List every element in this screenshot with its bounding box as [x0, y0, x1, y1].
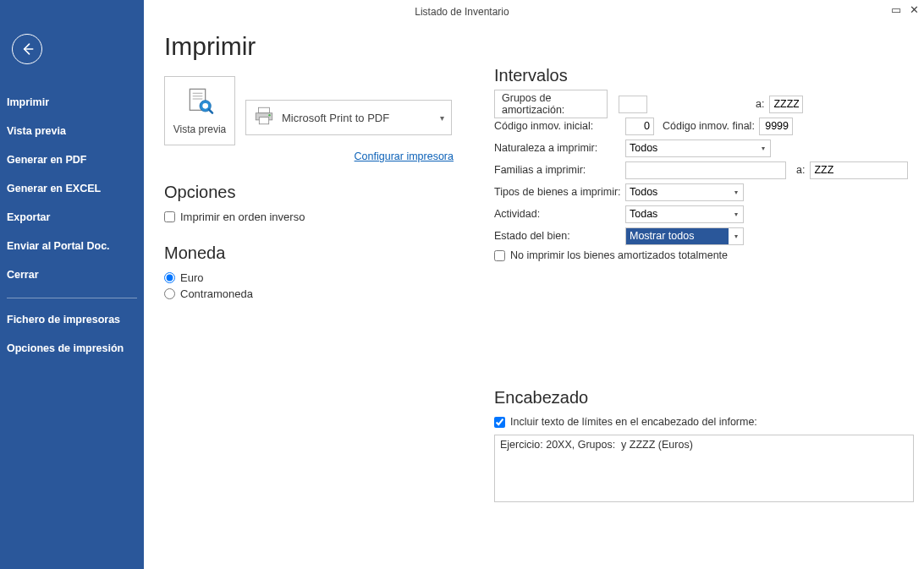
chevron-down-icon[interactable]: ▾	[729, 205, 744, 223]
actividad-label: Actividad:	[494, 208, 625, 220]
sidebar-separator	[7, 298, 137, 298]
configurar-impresora-link[interactable]: Configurar impresora	[164, 150, 454, 162]
encabezado-heading: Encabezado	[494, 388, 914, 408]
tipos-select[interactable]: ▾	[625, 183, 744, 201]
main-content: Imprimir Vista previa	[144, 0, 924, 569]
incluir-texto-label: Incluir texto de límites en el encabezad…	[510, 416, 757, 428]
sidebar-item-imprimir[interactable]: Imprimir	[0, 88, 144, 117]
actividad-value[interactable]	[625, 205, 744, 223]
estado-label: Estado del bien:	[494, 230, 625, 242]
svg-rect-8	[259, 107, 270, 113]
arrow-left-icon	[19, 41, 36, 57]
intervalos-heading: Intervalos	[494, 66, 914, 85]
opciones-heading: Opciones	[164, 183, 452, 202]
incluir-texto-input[interactable]	[494, 417, 505, 428]
document-preview-icon	[183, 86, 217, 120]
sidebar-item-generar-excel[interactable]: Generar en EXCEL	[0, 174, 144, 203]
codigo-final-input[interactable]	[759, 118, 793, 135]
tipos-value[interactable]	[625, 183, 744, 201]
familias-to-input[interactable]	[810, 161, 908, 179]
codigo-inicial-label: Código inmov. inicial:	[494, 120, 625, 132]
moneda-contramoneda-radio[interactable]: Contramoneda	[164, 287, 452, 300]
tipos-label: Tipos de bienes a imprimir:	[494, 186, 625, 198]
familias-from-input[interactable]	[625, 161, 786, 179]
moneda-euro-radio[interactable]: Euro	[164, 271, 452, 284]
chevron-down-icon[interactable]: ▾	[729, 183, 744, 201]
codigo-final-label: Código inmov. final:	[663, 120, 759, 132]
printer-icon	[253, 105, 275, 130]
moneda-heading: Moneda	[164, 243, 452, 263]
grupos-to-input[interactable]	[769, 96, 803, 113]
grupos-from-input[interactable]	[619, 96, 647, 113]
chevron-down-icon[interactable]: ▾	[729, 227, 744, 245]
moneda-euro-input[interactable]	[164, 272, 175, 283]
printer-select[interactable]: Microsoft Print to PDF ▾	[245, 100, 452, 135]
orden-inverso-input[interactable]	[164, 211, 175, 222]
svg-rect-10	[259, 118, 268, 124]
svg-point-6	[202, 103, 208, 109]
naturaleza-select[interactable]: ▾	[625, 140, 771, 157]
estado-value[interactable]	[625, 227, 744, 245]
sidebar-item-generar-pdf[interactable]: Generar en PDF	[0, 145, 144, 174]
sidebar-item-fichero-impresoras[interactable]: Fichero de impresoras	[0, 305, 144, 334]
familias-a-label: a:	[796, 164, 805, 176]
sidebar-item-opciones-impresion[interactable]: Opciones de impresión	[0, 334, 144, 363]
no-imprimir-checkbox[interactable]: No imprimir los bienes amortizados total…	[494, 249, 914, 261]
no-imprimir-label: No imprimir los bienes amortizados total…	[510, 249, 728, 261]
familias-label: Familias a imprimir:	[494, 164, 625, 176]
sidebar-item-vista-previa[interactable]: Vista previa	[0, 117, 144, 145]
vista-previa-button[interactable]: Vista previa	[164, 76, 235, 145]
page-title: Imprimir	[164, 32, 452, 61]
moneda-contramoneda-input[interactable]	[164, 288, 175, 299]
estado-select[interactable]: ▾	[625, 227, 744, 245]
naturaleza-value[interactable]	[625, 140, 771, 157]
sidebar-item-exportar[interactable]: Exportar	[0, 203, 144, 232]
incluir-texto-checkbox[interactable]: Incluir texto de límites en el encabezad…	[494, 416, 914, 428]
moneda-contramoneda-label: Contramoneda	[180, 287, 253, 300]
sidebar-item-enviar-portal[interactable]: Enviar al Portal Doc.	[0, 232, 144, 260]
codigo-inicial-input[interactable]	[625, 118, 654, 135]
back-button[interactable]	[12, 34, 42, 64]
encabezado-textarea[interactable]	[494, 435, 914, 502]
orden-inverso-label: Imprimir en orden inverso	[180, 211, 305, 223]
no-imprimir-input[interactable]	[494, 250, 505, 261]
chevron-down-icon[interactable]: ▾	[756, 140, 771, 157]
svg-line-7	[209, 110, 212, 113]
chevron-down-icon: ▾	[440, 113, 444, 123]
printer-name: Microsoft Print to PDF	[282, 112, 440, 124]
svg-point-11	[268, 114, 270, 116]
orden-inverso-checkbox[interactable]: Imprimir en orden inverso	[164, 211, 452, 223]
naturaleza-label: Naturaleza a imprimir:	[494, 142, 625, 154]
sidebar-item-cerrar[interactable]: Cerrar	[0, 260, 144, 289]
moneda-euro-label: Euro	[180, 271, 203, 284]
vista-previa-label: Vista previa	[173, 123, 226, 135]
actividad-select[interactable]: ▾	[625, 205, 744, 223]
grupos-amortizacion-button[interactable]: Grupos de amortización:	[494, 90, 608, 118]
grupos-a-label: a:	[756, 98, 764, 110]
sidebar: Imprimir Vista previa Generar en PDF Gen…	[0, 0, 144, 569]
